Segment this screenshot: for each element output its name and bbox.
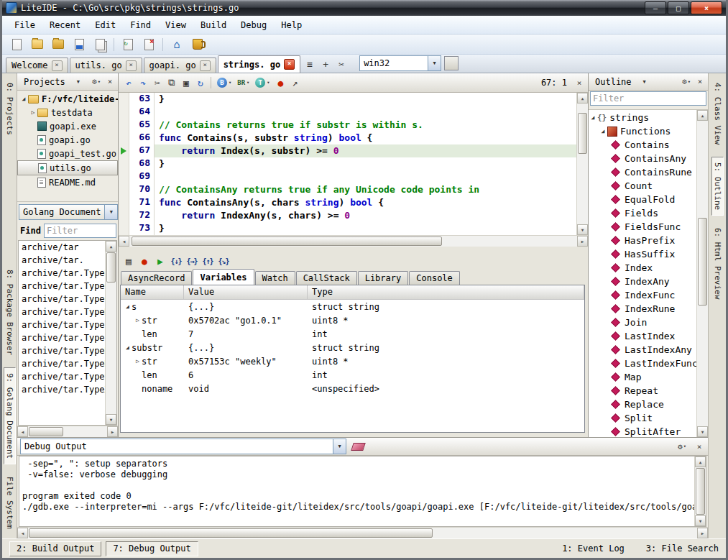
doc-list-item[interactable]: archive/tar.TypeChar — [19, 280, 105, 293]
projects-view-combo[interactable]: Projects ▼ — [19, 75, 84, 88]
gutter-row[interactable] — [119, 157, 129, 170]
scroll-thumb[interactable] — [132, 237, 442, 246]
scroll-down-icon[interactable]: ▼ — [106, 414, 116, 425]
outline-item[interactable]: IndexRune — [589, 302, 696, 316]
maximize-button[interactable]: □ — [668, 1, 689, 14]
outline-item[interactable]: IndexAny — [589, 275, 696, 288]
scroll-thumb[interactable] — [578, 113, 587, 154]
step-over-icon[interactable]: {→} — [185, 254, 199, 268]
output-vscrollbar[interactable]: ▲ ▼ — [694, 456, 706, 526]
export-icon[interactable]: ↗ — [288, 75, 303, 90]
scroll-left-icon[interactable]: ◀ — [17, 426, 28, 437]
save-all-button[interactable] — [91, 37, 109, 52]
tree-item[interactable]: goapi_test.go — [17, 147, 118, 160]
outline-close-icon[interactable]: × — [694, 75, 706, 88]
outline-item[interactable]: LastIndex — [589, 329, 696, 343]
tree-item[interactable]: goapi.exe — [17, 119, 118, 133]
dock-label[interactable]: 5: Outline — [711, 157, 724, 216]
gutter-row[interactable] — [119, 106, 129, 119]
code-line[interactable]: // ContainsAny returns true if any Unico… — [155, 183, 576, 196]
outline-item[interactable]: FieldsFunc — [589, 220, 696, 234]
outline-item[interactable]: ContainsRune — [589, 165, 696, 179]
code-line[interactable]: } — [155, 157, 576, 170]
expander-icon[interactable]: ▷ — [134, 317, 142, 323]
reload-file-button[interactable] — [119, 37, 137, 52]
gutter-row[interactable] — [119, 209, 129, 222]
outline-item[interactable]: Count — [589, 179, 696, 193]
close-button[interactable]: × — [691, 1, 722, 14]
tab-welcome[interactable]: Welcome× — [6, 58, 68, 73]
debug-tab-console[interactable]: Console — [409, 271, 460, 285]
menu-item-build[interactable]: Build — [194, 18, 233, 32]
code-line[interactable]: return IndexAny(s, chars) >= 0 — [155, 209, 576, 222]
variable-row[interactable]: len6int — [121, 368, 584, 382]
chevron-down-icon[interactable]: ▼ — [104, 205, 117, 219]
debug-tab-asyncrecord[interactable]: AsyncRecord — [121, 271, 192, 285]
step-into-icon[interactable]: {↓} — [169, 254, 183, 268]
projects-close-icon[interactable]: × — [104, 75, 116, 88]
close-tab-icon[interactable]: ✂ — [333, 57, 349, 71]
doc-list-item[interactable]: archive/tar.TypeLink — [19, 331, 105, 344]
expander-icon[interactable]: ◢ — [124, 303, 132, 310]
code-line[interactable]: // Contains returns true if substr is wi… — [155, 119, 576, 132]
variable-row[interactable]: len7int — [121, 327, 584, 341]
doc-list-item[interactable]: archive/tar. — [19, 254, 105, 267]
code-line[interactable]: func ContainsAny(s, chars string) bool { — [155, 196, 576, 209]
tree-item[interactable]: ◢F:/vfc/liteide-g — [17, 92, 118, 106]
expander-icon[interactable]: ▷ — [29, 109, 37, 116]
scroll-down-icon[interactable]: ▼ — [697, 426, 708, 437]
outline-view-combo[interactable]: Outline ▼ — [591, 75, 650, 88]
outline-item[interactable]: LastIndexAny — [589, 343, 696, 357]
scroll-up-icon[interactable]: ▲ — [697, 110, 708, 121]
outline-filter-input[interactable] — [590, 91, 706, 106]
open-file-button[interactable] — [29, 37, 46, 52]
doc-list-item[interactable]: archive/tar.TypeBlock — [19, 267, 105, 280]
scroll-down-icon[interactable]: ▼ — [577, 224, 588, 235]
scroll-thumb[interactable] — [29, 427, 63, 436]
chevron-down-icon[interactable]: ▼ — [333, 439, 346, 454]
expander-icon[interactable]: ◢ — [599, 128, 607, 134]
doc-list-item[interactable]: archive/tar.TypeXGlobalHeader — [19, 383, 105, 396]
outline-gear-icon[interactable]: ⚙▾ — [681, 75, 692, 88]
outline-item[interactable]: Split — [589, 411, 696, 425]
scroll-right-icon[interactable]: ▶ — [577, 236, 588, 247]
debug-tab-callstack[interactable]: CallStack — [296, 271, 357, 285]
liteide-logo-button[interactable] — [189, 37, 206, 52]
stop-debug-icon[interactable]: ● — [137, 254, 152, 268]
outline-item[interactable]: Contains — [589, 138, 696, 152]
tab-utils-go[interactable]: utils. go× — [70, 58, 142, 73]
gutter-row[interactable] — [119, 144, 129, 157]
gutter-row[interactable] — [119, 183, 129, 196]
outline-item[interactable]: IndexFunc — [589, 288, 696, 302]
gutter-row[interactable] — [119, 222, 129, 235]
outline-item[interactable]: Replace — [589, 398, 696, 411]
tab-close-icon[interactable]: × — [200, 60, 211, 71]
gutter-row[interactable] — [119, 170, 129, 183]
t-menu-button[interactable]: T▾ — [252, 78, 272, 88]
paste-icon[interactable]: ▣ — [179, 75, 193, 90]
redo-icon[interactable]: ↷ — [136, 75, 150, 90]
code-line[interactable]: func Contains(s, substr string) bool { — [155, 132, 576, 144]
build-config-icon[interactable]: ↻ — [193, 75, 208, 90]
target-combo[interactable]: win32 ▼ — [359, 55, 441, 71]
scroll-thumb[interactable] — [698, 218, 707, 306]
copy-icon[interactable]: ⧉ — [165, 75, 179, 90]
doc-list-item[interactable]: archive/tar.TypeRegA — [19, 357, 105, 370]
tab-goapi-go[interactable]: goapi. go× — [144, 58, 216, 73]
column-header[interactable]: Name — [121, 285, 184, 299]
debug-tab-library[interactable]: Library — [358, 271, 409, 285]
outline-group[interactable]: ◢Functions — [589, 124, 696, 138]
variable-row[interactable]: ◢substr{...}struct string — [121, 341, 584, 354]
continue-icon[interactable]: ▶ — [153, 254, 167, 268]
column-header[interactable]: Value — [184, 285, 308, 299]
outline-item[interactable]: Join — [589, 316, 696, 329]
expander-icon[interactable]: ◢ — [19, 96, 28, 102]
editor-close-icon[interactable]: × — [573, 76, 585, 89]
outline-root[interactable]: ◢{}strings — [589, 111, 696, 124]
dock-label[interactable]: 8: Package Browser — [4, 265, 15, 360]
dock-label[interactable]: File System — [4, 472, 15, 534]
outline-item[interactable]: ContainsAny — [589, 152, 696, 165]
doc-list-item[interactable]: archive/tar.TypeSymlink — [19, 370, 105, 383]
output-gear-icon[interactable]: ⚙▾ — [676, 440, 688, 453]
gutter-row[interactable] — [119, 132, 129, 144]
